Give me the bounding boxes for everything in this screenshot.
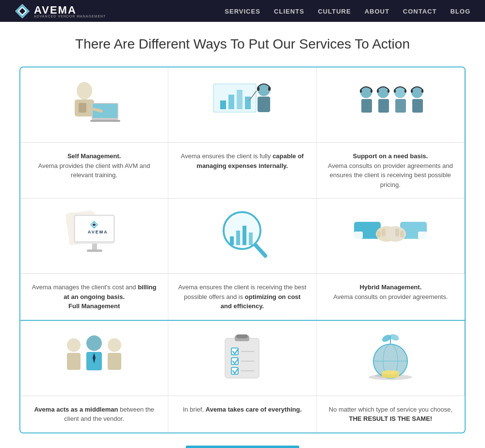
- card-clipboard-illus: [168, 321, 316, 396]
- svg-rect-70: [108, 353, 121, 370]
- full-management-description: Avema manages the client's cost and bill…: [30, 282, 158, 311]
- svg-rect-20: [268, 87, 271, 91]
- svg-rect-50: [236, 231, 240, 245]
- svg-rect-27: [377, 89, 379, 93]
- self-management-body: Avema provides the client with AVM and r…: [38, 162, 150, 179]
- monitor-illustration: AVEMA: [55, 207, 133, 261]
- support-description: Support on a need basis. Avema consults …: [326, 151, 454, 189]
- svg-rect-26: [378, 99, 389, 113]
- nav-item-clients[interactable]: CLIENTS: [274, 8, 305, 15]
- svg-point-66: [86, 335, 102, 351]
- managing-expenses-description: Avema ensures the client is fully capabl…: [178, 151, 306, 170]
- svg-text:AVEMA: AVEMA: [88, 230, 108, 234]
- svg-rect-19: [257, 87, 259, 91]
- svg-rect-51: [242, 226, 246, 245]
- svg-point-91: [382, 370, 399, 374]
- clipboard-illustration: [203, 330, 281, 383]
- card-support-illus: [317, 67, 465, 142]
- nav-item-services[interactable]: SERVICES: [225, 8, 260, 15]
- svg-rect-35: [411, 89, 413, 93]
- svg-line-9: [94, 109, 101, 111]
- card-training-illus: [168, 67, 316, 142]
- result-description: No matter which type of service you choo…: [329, 405, 453, 424]
- request-demo-button[interactable]: REQUEST A DEMO: [186, 446, 300, 448]
- two-people-illustration: [55, 330, 133, 383]
- services-top-grid: Self Management. Avema provides the clie…: [19, 66, 466, 321]
- card-full-management-text: Avema manages the client's cost and bill…: [20, 274, 168, 320]
- svg-point-64: [67, 338, 81, 352]
- svg-rect-45: [92, 244, 97, 249]
- hybrid-description: Hybrid Management. Avema consults on pro…: [333, 282, 448, 301]
- svg-rect-58: [377, 231, 381, 237]
- card-middleman-text: Avema acts as a middleman between the cl…: [20, 396, 168, 432]
- card-everything-text: In brief, Avema takes care of everything…: [168, 396, 316, 432]
- svg-rect-46: [87, 249, 102, 252]
- card-piggy-illus: [317, 321, 465, 396]
- piggy-bank-illustration: [352, 330, 429, 383]
- handshake-illustration: [352, 207, 429, 261]
- svg-rect-32: [404, 89, 406, 93]
- svg-rect-40: [75, 216, 114, 242]
- hybrid-body: Avema consults on provider agreements.: [333, 293, 448, 300]
- nav-item-blog[interactable]: BLOG: [450, 8, 470, 15]
- svg-rect-62: [354, 232, 363, 239]
- main-content: There Are Different Ways To Put Our Serv…: [0, 22, 485, 448]
- everything-description: In brief, Avema takes care of everything…: [183, 405, 302, 415]
- svg-rect-61: [400, 231, 404, 237]
- card-handshake-illus: [317, 199, 465, 273]
- card-magnifier-illus: [168, 199, 316, 273]
- person-laptop-illustration: [55, 76, 133, 130]
- middleman-description: Avema acts as a middleman between the cl…: [30, 405, 158, 424]
- svg-rect-49: [230, 236, 234, 245]
- nav-links: SERVICES CLIENTS CULTURE ABOUT CONTACT B…: [225, 7, 470, 16]
- svg-rect-31: [394, 89, 396, 93]
- svg-rect-34: [412, 99, 423, 113]
- svg-rect-5: [79, 103, 86, 113]
- magnifier-illustration: [203, 207, 281, 261]
- svg-rect-14: [237, 90, 242, 109]
- support-body: Avema consults on provider agreements an…: [328, 162, 453, 188]
- nav-item-about[interactable]: ABOUT: [365, 8, 389, 15]
- navbar: AVEMA ADVANCED VENDOR MANAGEMENT SERVICE…: [0, 0, 485, 22]
- svg-rect-23: [360, 89, 362, 93]
- services-bottom-grid: Avema acts as a middleman between the cl…: [19, 321, 466, 433]
- nav-item-contact[interactable]: CONTACT: [403, 8, 437, 15]
- svg-line-53: [256, 245, 265, 256]
- card-result-text: No matter which type of service you choo…: [317, 396, 465, 432]
- card-self-management-text: Self Management. Avema provides the clie…: [20, 143, 168, 198]
- optimizing-description: Avema ensures the client is receiving th…: [178, 282, 306, 311]
- presenter-illustration: [203, 76, 281, 130]
- svg-rect-30: [395, 99, 406, 113]
- nav-item-culture[interactable]: CULTURE: [318, 8, 351, 15]
- card-optimizing-text: Avema ensures the client is receiving th…: [168, 274, 316, 320]
- logo-subtitle: ADVANCED VENDOR MANAGEMENT: [34, 15, 106, 18]
- svg-point-69: [108, 338, 121, 352]
- card-managing-expenses-text: Avema ensures the client is fully capabl…: [168, 143, 316, 198]
- svg-rect-8: [90, 120, 120, 122]
- svg-point-3: [77, 82, 92, 100]
- svg-rect-63: [418, 232, 427, 239]
- logo: AVEMA ADVANCED VENDOR MANAGEMENT: [15, 3, 106, 19]
- card-self-management-illus: [20, 67, 168, 142]
- svg-rect-13: [228, 95, 234, 109]
- svg-rect-12: [220, 100, 226, 109]
- logo-icon: [15, 3, 30, 19]
- svg-rect-60: [395, 229, 399, 236]
- svg-rect-65: [67, 353, 81, 370]
- hybrid-title: Hybrid Management.: [359, 283, 421, 291]
- card-hybrid-text: Hybrid Management. Avema consults on pro…: [317, 274, 465, 320]
- svg-rect-59: [382, 229, 386, 236]
- self-management-description: Self Management. Avema provides the clie…: [30, 151, 158, 180]
- team-illustration: [352, 76, 429, 130]
- support-title: Support on a need basis.: [353, 152, 428, 160]
- card-monitor-illus: AVEMA: [20, 199, 168, 273]
- svg-rect-15: [245, 97, 251, 109]
- svg-rect-71: [225, 338, 259, 378]
- card-middleman-illus: [20, 321, 168, 396]
- svg-rect-18: [258, 97, 270, 112]
- svg-rect-52: [249, 232, 253, 245]
- svg-rect-28: [388, 89, 389, 93]
- self-management-title: Self Management.: [67, 152, 121, 160]
- card-support-text: Support on a need basis. Avema consults …: [317, 143, 465, 198]
- svg-rect-36: [421, 89, 423, 93]
